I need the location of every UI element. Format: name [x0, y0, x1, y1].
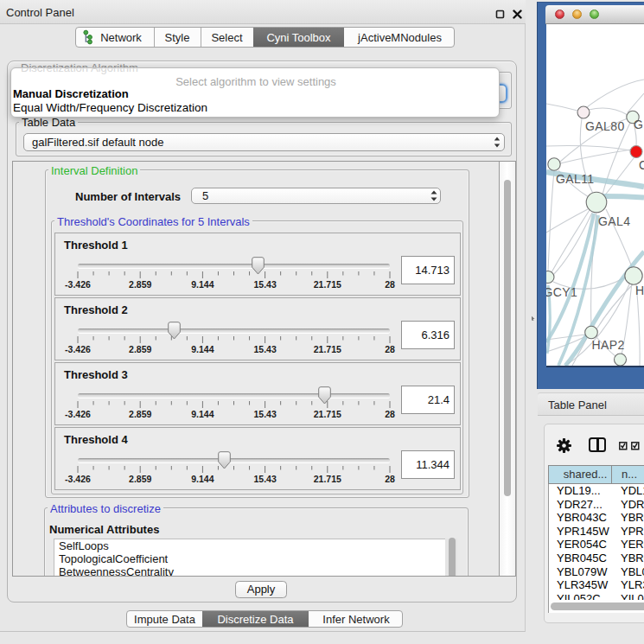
svg-text:GAL11: GAL11	[556, 172, 595, 186]
svg-text:GAL4: GAL4	[598, 214, 630, 228]
svg-text:GAL80: GAL80	[585, 119, 625, 133]
svg-text:C: C	[639, 158, 644, 172]
svg-text:G.: G.	[634, 118, 644, 131]
svg-text:GCY1: GCY1	[546, 285, 577, 299]
svg-text:H: H	[635, 284, 644, 297]
svg-text:HAP2: HAP2	[592, 338, 625, 352]
